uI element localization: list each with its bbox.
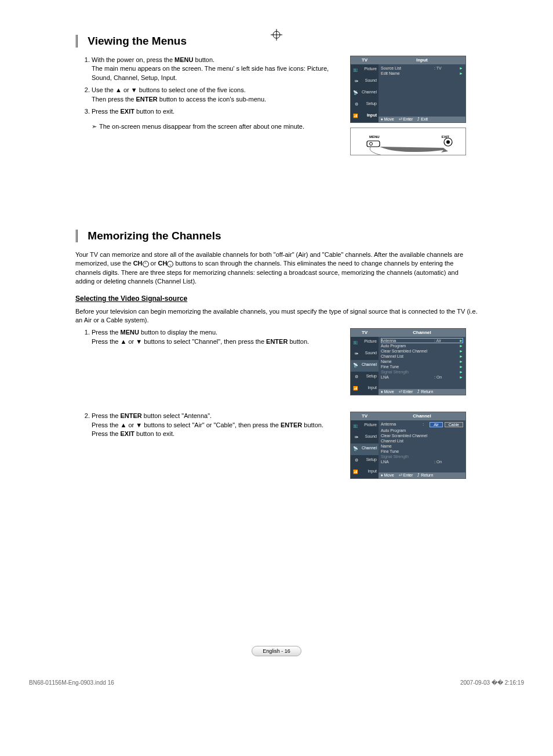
remote-diagram: MENU EXIT <box>350 128 466 155</box>
menu-item: Antenna: Air► <box>381 338 463 343</box>
menu-item: Source List: TV► <box>381 66 463 71</box>
svg-point-4 <box>370 143 373 146</box>
intro-paragraph: Your TV can memorize and store all of th… <box>75 250 478 286</box>
menu-item: Channel List <box>381 438 463 444</box>
menu-tab-setup: ⚙Setup <box>351 99 379 111</box>
menu-tab-channel: 📡Channel <box>351 88 379 99</box>
svg-point-6 <box>446 140 450 144</box>
step: With the power on, press the MENU button… <box>92 56 339 82</box>
menu-tab-input: 📶Input <box>351 467 379 478</box>
menu-tab-picture: 📺Picture <box>351 420 379 432</box>
print-timestamp: 2007-09-03 �� 2:16:19 <box>460 679 524 686</box>
menu-footer: ♦ Move ⏎ Enter ⤴ Return <box>379 389 465 395</box>
menu-item: Auto Program <box>381 428 463 433</box>
svg-rect-3 <box>367 141 380 147</box>
pre-paragraph: Before your television can begin memoriz… <box>75 307 478 325</box>
menu-tab-setup: ⚙Setup <box>351 372 379 383</box>
menu-title: Input <box>379 56 465 64</box>
page-number-pill: English - 16 <box>252 646 301 656</box>
title-bar-icon <box>75 35 78 48</box>
menu-item: Fine Tune► <box>381 364 463 369</box>
menu-item: Signal Strength► <box>381 369 463 375</box>
menu-item: Edit Name► <box>381 71 463 76</box>
page-footer: English - 16 <box>29 646 524 656</box>
steps-list-2b: Press the ENTER button select "Antenna".… <box>75 412 339 438</box>
section-viewing-menus: Viewing the Menus <box>75 35 478 48</box>
step: Press the ENTER button select "Antenna".… <box>92 412 339 438</box>
print-metadata: BN68-01156M-Eng-0903.indd 16 2007-09-03 … <box>29 679 524 686</box>
menu-item: Signal Strength <box>381 454 463 459</box>
menu-tab-input: 📶Input <box>351 111 379 122</box>
indd-file: BN68-01156M-Eng-0903.indd 16 <box>29 679 114 686</box>
tv-menu-channel-b: TV 📺Picture 🕪Sound 📡Channel ⚙Setup 📶Inpu… <box>350 412 466 479</box>
menu-tab-setup: ⚙Setup <box>351 455 379 467</box>
menu-item: Clear Scrambled Channel► <box>381 348 463 354</box>
tv-menu-input: TV 📺Picture 🕪Sound 📡Channel ⚙Setup 📶Inpu… <box>350 56 466 123</box>
menu-tab-picture: 📺Picture <box>351 64 379 76</box>
menu-items: Antenna: Air►Auto Program►Clear Scramble… <box>379 337 465 389</box>
section-title: Memorizing the Channels <box>88 230 221 242</box>
step: Press the MENU button to display the men… <box>92 328 339 346</box>
tv-menu-channel-a: TV 📺Picture 🕪Sound 📡Channel ⚙Setup 📶Inpu… <box>350 328 466 395</box>
menu-item: Fine Tune <box>381 449 463 454</box>
menu-tab-picture: 📺Picture <box>351 337 379 348</box>
menu-item: Clear Scrambled Channel <box>381 433 463 438</box>
menu-item: Auto Program► <box>381 343 463 348</box>
menu-items: Antenna:AirCableAuto ProgramClear Scramb… <box>379 420 465 472</box>
menu-tab-sound: 🕪Sound <box>351 432 379 444</box>
menu-tab-sound: 🕪Sound <box>351 348 379 360</box>
menu-title: Channel <box>379 412 465 420</box>
steps-list-2a: Press the MENU button to display the men… <box>75 328 339 346</box>
menu-item: LNA: On► <box>381 375 463 380</box>
menu-tab-channel: 📡Channel <box>351 360 379 372</box>
menu-footer: ♦ Move ⏎ Enter ⤴ Exit <box>379 117 465 122</box>
section-title: Viewing the Menus <box>88 35 187 47</box>
menu-item: Name <box>381 444 463 449</box>
step: Use the ▲ or ▼ buttons to select one of … <box>92 86 339 104</box>
sub-heading: Selecting the Video Signal-source <box>75 295 478 303</box>
section-memorizing-channels: Memorizing the Channels <box>75 230 478 242</box>
menu-item: Channel List► <box>381 354 463 359</box>
title-bar-icon <box>75 230 78 242</box>
menu-item: Name► <box>381 359 463 364</box>
note-arrow-icon: ➣ <box>92 123 97 130</box>
menu-footer: ♦ Move ⏎ Enter ⤴ Return <box>379 472 465 478</box>
tv-label: TV <box>351 56 379 64</box>
menu-tab-sound: 🕪Sound <box>351 76 379 88</box>
remote-svg <box>351 128 465 155</box>
steps-list-1: With the power on, press the MENU button… <box>75 56 339 116</box>
tv-label: TV <box>351 329 379 337</box>
step: Press the EXIT button to exit. <box>92 107 339 116</box>
menu-title: Channel <box>379 329 465 337</box>
menu-item: LNA: On <box>381 459 463 464</box>
menu-tab-input: 📶Input <box>351 383 379 395</box>
note: ➣The on-screen menus disappear from the … <box>92 123 339 130</box>
menu-item: Antenna:AirCable <box>381 421 463 428</box>
tv-label: TV <box>351 412 379 420</box>
menu-tab-channel: 📡Channel <box>351 444 379 455</box>
